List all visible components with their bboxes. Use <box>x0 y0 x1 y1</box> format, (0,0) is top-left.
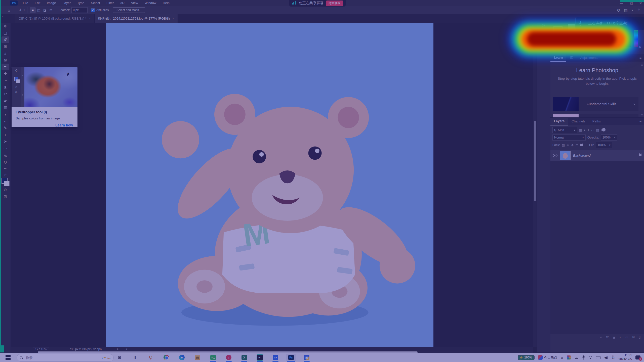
color-picker-cursor[interactable] <box>569 44 572 47</box>
news-widget[interactable]: 今日热点 <box>538 355 557 360</box>
filter-shape-icon[interactable]: ▭ <box>591 128 594 132</box>
file-explorer-icon[interactable]: ▤ <box>192 354 203 361</box>
remote-app-icon[interactable]: ▣ <box>302 354 312 361</box>
tray-microphone-icon[interactable] <box>582 355 585 359</box>
menu-layer[interactable]: Layer <box>59 0 74 6</box>
edge-icon[interactable]: e <box>177 354 187 361</box>
edit-toolbar-icon[interactable]: ••• <box>2 165 9 172</box>
menu-type[interactable]: Type <box>74 0 88 6</box>
photoshop-taskbar-icon[interactable]: Ps <box>286 354 296 361</box>
tab-channels[interactable]: Channels <box>568 118 589 125</box>
current-tool-icon[interactable]: ↺ <box>17 8 23 12</box>
crop-tool[interactable]: # <box>2 50 9 57</box>
add-selection-mode[interactable]: ◫ <box>36 7 42 13</box>
type-tool[interactable]: T <box>2 131 9 138</box>
network-icon[interactable] <box>588 356 592 359</box>
filter-smart-object-icon[interactable]: ▤ <box>596 128 599 132</box>
blend-mode-dropdown[interactable]: Normal ∨ <box>552 134 586 141</box>
healing-brush-tool[interactable]: ✚ <box>2 70 9 77</box>
new-selection-mode[interactable]: ■ <box>30 7 36 13</box>
learn-how-link[interactable]: Learn how <box>16 123 73 127</box>
swap-colors-icon[interactable]: ⇄ <box>2 173 9 176</box>
task-view-button[interactable]: ⊞ <box>114 354 125 361</box>
vertical-scrollbar[interactable] <box>533 23 537 347</box>
layer-group-icon[interactable]: ▭ <box>625 335 628 339</box>
end-share-button[interactable]: 结束共享 <box>326 1 343 6</box>
panel-menu-icon[interactable]: ≡ <box>639 119 644 123</box>
fill-dropdown[interactable]: 100% ∨ <box>596 142 612 148</box>
intersect-selection-mode[interactable]: ⊡ <box>48 7 54 13</box>
search-highlights-icon[interactable]: ✦✦✦●● <box>101 355 110 360</box>
delete-layer-icon[interactable]: ▯ <box>639 335 640 339</box>
zoom-tool[interactable]: Ϙ <box>2 159 9 165</box>
lock-move-icon[interactable]: ✥ <box>571 143 574 147</box>
path-selection-tool[interactable]: ➤ <box>2 138 9 145</box>
filter-adjustment-icon[interactable]: ◐ <box>584 128 586 132</box>
shape-tool[interactable]: ▭ <box>2 145 9 152</box>
marquee-tool[interactable]: ▢ <box>2 30 9 36</box>
search-icon[interactable]: Ϙ <box>617 8 620 12</box>
vertical-scrollbar-thumb[interactable] <box>534 121 536 201</box>
document-tab[interactable]: OIP-C (1).jfif @ 100% (Background, RGB/8… <box>15 14 95 23</box>
tab-learn[interactable]: Learn <box>550 54 566 62</box>
filter-image-icon[interactable]: ▦ <box>579 128 582 132</box>
pycharm-icon[interactable]: PC <box>255 354 265 361</box>
zoom-level-field[interactable]: 177.16% <box>33 347 49 351</box>
menu-image[interactable]: Image <box>44 0 59 6</box>
canvas-area[interactable]: M <box>11 23 533 347</box>
layer-visibility-icon[interactable] <box>553 154 557 157</box>
search-input[interactable] <box>25 356 77 360</box>
clone-stamp-tool[interactable]: ♜ <box>2 84 9 90</box>
tray-battery-icon[interactable] <box>596 356 600 359</box>
card-fundamental-skills[interactable]: Fundamental Skills › <box>553 97 638 111</box>
onedrive-cloud-icon[interactable]: ☁ <box>574 355 578 360</box>
menu-filter[interactable]: Filter <box>103 0 117 6</box>
tab-paths[interactable]: Paths <box>589 118 604 125</box>
panel-menu-icon[interactable]: ≡ <box>639 56 644 60</box>
menu-select[interactable]: Select <box>88 0 103 6</box>
clock[interactable]: 11:31 2024/12/5 <box>619 353 632 361</box>
tab-libraries[interactable]: 库 <box>566 54 577 62</box>
brush-tool[interactable]: ✑ <box>2 77 9 84</box>
status-prev-icon[interactable]: < <box>126 347 127 351</box>
card-fix-a-photo[interactable]: Fix a photo › <box>553 114 638 118</box>
layer-thumbnail[interactable] <box>560 151 571 160</box>
home-icon[interactable]: ⌂ <box>6 8 12 12</box>
wechat-icon[interactable]: ◕◡ <box>208 354 218 361</box>
scroll-up-icon[interactable]: ∧ <box>641 63 643 66</box>
eraser-tool[interactable]: ▰ <box>2 98 9 104</box>
quick-mask-icon[interactable]: ⊙ <box>2 187 9 193</box>
feather-input[interactable] <box>71 7 88 13</box>
start-button[interactable] <box>6 355 11 360</box>
tray-expand-icon[interactable]: ∧ <box>561 355 563 359</box>
properties-panel-icon[interactable]: ◇ <box>537 35 551 40</box>
tab-layers[interactable]: Layers <box>550 117 568 125</box>
tab-overflow-icon[interactable]: » <box>0 14 15 23</box>
history-brush-tool[interactable]: ↶ <box>2 91 9 97</box>
move-tool[interactable]: ✥ <box>2 23 9 29</box>
lasso-tool[interactable]: ↺ <box>2 36 9 43</box>
taskbar-search[interactable]: ✦✦✦●● <box>17 354 114 361</box>
layer-row-background[interactable]: Background <box>550 150 644 161</box>
adjustment-layer-icon[interactable]: ◐ <box>620 335 621 339</box>
lock-paint-icon[interactable]: ✑ <box>567 143 569 147</box>
menu-window[interactable]: Window <box>141 0 159 6</box>
status-next-icon[interactable]: > <box>117 347 118 351</box>
new-layer-icon[interactable]: ⊞ <box>632 335 635 339</box>
meeting-icon[interactable]: ∧∧ <box>270 354 280 361</box>
screen-mode-icon[interactable]: ⊡ <box>2 193 9 200</box>
link-layers-icon[interactable]: ∞ <box>600 335 602 339</box>
lock-artboard-icon[interactable]: ⊡ <box>576 143 578 147</box>
tab-adjustments[interactable]: Adjustments <box>577 54 602 62</box>
pause-app-icon[interactable]: ‖ <box>130 354 140 361</box>
eyedropper-tool[interactable]: ✒ <box>2 64 9 70</box>
opacity-dropdown[interactable]: 100% ∨ <box>601 134 617 141</box>
menu-edit[interactable]: Edit <box>31 0 44 6</box>
share-icon[interactable]: ↥ <box>637 8 640 12</box>
close-tab-icon[interactable]: × <box>172 17 174 20</box>
dodge-tool[interactable]: ◐ <box>2 118 9 124</box>
ime-indicator[interactable]: 英 <box>612 355 615 360</box>
document-image-teddy-bear[interactable]: M <box>106 23 433 347</box>
excel-icon[interactable]: X <box>239 354 249 361</box>
filter-toggle[interactable] <box>601 129 606 131</box>
